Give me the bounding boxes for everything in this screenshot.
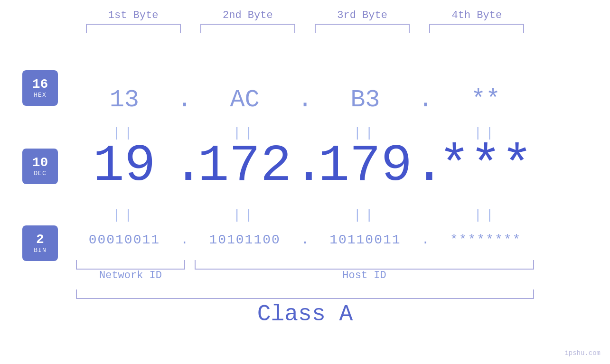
bin-dot-2: . [293, 233, 317, 247]
equals-2-2: || [197, 208, 293, 223]
bin-value-3: 10110011 [317, 233, 414, 247]
host-id-label: Host ID [195, 270, 534, 281]
bin-row: 00010011 . 10101100 . 10110011 . *******… [0, 223, 610, 256]
bracket-byte2 [200, 24, 295, 33]
equals-2-3: || [317, 208, 414, 223]
byte-headers-row: 1st Byte 2nd Byte 3rd Byte 4th Byte [0, 9, 610, 21]
hex-value-1: 13 [76, 86, 173, 114]
network-id-label: Network ID [76, 270, 185, 281]
bin-value-2: 10101100 [197, 233, 293, 247]
dec-value-2: 172 [197, 140, 293, 192]
content-area: 13 . AC . B3 . ** || || || || 19 . 172 .… [0, 47, 610, 364]
byte2-header: 2nd Byte [200, 9, 295, 21]
byte4-header: 4th Byte [429, 9, 524, 21]
bottom-brackets [76, 260, 534, 270]
host-bracket [195, 260, 534, 270]
dec-dot-2: . [293, 140, 317, 192]
equals-2-4: || [437, 208, 534, 223]
top-brackets [0, 24, 610, 33]
byte3-header: 3rd Byte [315, 9, 410, 21]
hex-value-3: B3 [317, 86, 414, 114]
hex-dot-3: . [413, 86, 437, 114]
hex-dot-1: . [173, 86, 197, 114]
bracket-byte1 [86, 24, 181, 33]
segment-labels: Network ID Host ID [76, 270, 534, 281]
dec-value-3: 179 [317, 140, 414, 192]
watermark: ipshu.com [564, 349, 601, 357]
hex-dot-2: . [293, 86, 317, 114]
equals-2-1: || [76, 208, 173, 223]
class-bracket [76, 289, 534, 299]
bracket-byte3 [315, 24, 410, 33]
dec-dot-3: . [413, 140, 437, 192]
dec-value-1: 19 [76, 140, 173, 192]
bin-dot-1: . [173, 233, 197, 247]
hex-value-4: ** [437, 86, 534, 114]
bracket-byte4 [429, 24, 524, 33]
bin-value-4: ******** [437, 233, 534, 247]
byte1-header: 1st Byte [86, 9, 181, 21]
dec-value-4: *** [437, 140, 534, 192]
main-container: 1st Byte 2nd Byte 3rd Byte 4th Byte 16 H… [0, 0, 610, 364]
class-a-label: Class A [0, 301, 610, 327]
dec-row: 19 . 172 . 179 . *** [0, 138, 610, 195]
bin-value-1: 00010011 [76, 233, 173, 247]
bin-dot-3: . [413, 233, 437, 247]
dec-dot-1: . [173, 140, 197, 192]
hex-row: 13 . AC . B3 . ** [0, 76, 610, 123]
hex-value-2: AC [197, 86, 293, 114]
network-bracket [76, 260, 185, 270]
